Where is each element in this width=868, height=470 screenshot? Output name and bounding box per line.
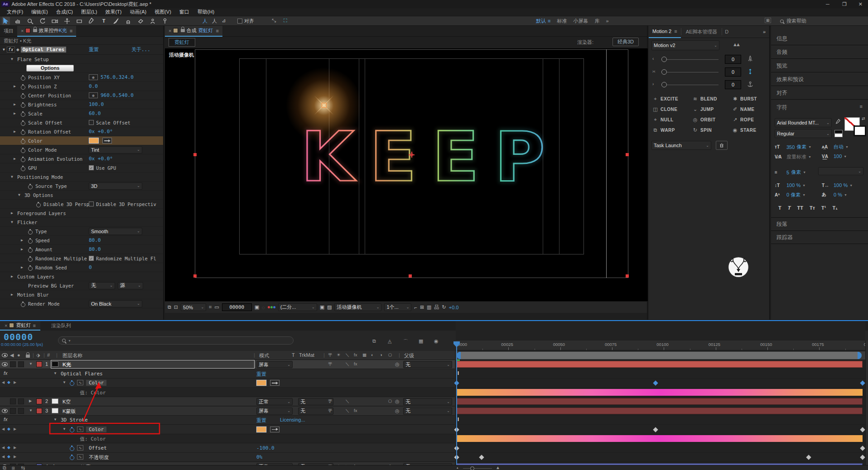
stopwatch-icon[interactable] <box>28 229 33 234</box>
options-button[interactable]: Options <box>26 65 74 72</box>
panel-header-2[interactable]: 预览 <box>771 59 868 72</box>
pen-tool[interactable] <box>87 17 96 25</box>
prop-twirl-icon[interactable]: ▼ <box>63 380 66 384</box>
slider-value-input[interactable]: 0 <box>725 67 741 77</box>
parent-pickwhip-icon[interactable]: ◎ <box>395 361 400 367</box>
stopwatch-icon[interactable] <box>21 75 25 80</box>
twirl-open-icon[interactable]: ▼ <box>11 175 13 179</box>
stopwatch-icon[interactable] <box>21 102 25 107</box>
axis-mode-local-icon[interactable]: 人 <box>203 18 207 24</box>
value-text[interactable]: 0 <box>89 264 92 270</box>
video-column-icon[interactable] <box>2 353 8 357</box>
close-tab-icon[interactable]: × <box>5 323 7 328</box>
field-value[interactable]: 0 像素 <box>786 192 800 198</box>
field-value[interactable]: 自动 <box>834 144 844 150</box>
chevron-down-icon[interactable]: ▼ <box>808 145 811 149</box>
minimize-button[interactable]: ─ <box>820 1 836 7</box>
chevron-down-icon[interactable]: ▼ <box>808 155 811 158</box>
draft-3d-icon[interactable]: ◬ <box>388 338 391 344</box>
slider-mode-icon[interactable]: › <box>652 82 654 86</box>
exposure-reset-icon[interactable]: ↻ <box>442 304 446 310</box>
layer-name[interactable]: K光 <box>63 361 71 368</box>
property-value[interactable]: 0% <box>256 454 262 460</box>
selection-handle-4[interactable] <box>626 274 629 278</box>
selection-handle-1[interactable] <box>626 153 629 156</box>
stopwatch-icon[interactable] <box>21 166 25 171</box>
stopwatch-icon[interactable] <box>21 139 25 144</box>
work-area-start-handle[interactable] <box>457 352 461 359</box>
twirl-closed-icon[interactable]: ▶ <box>21 238 23 242</box>
graph-row-3[interactable] <box>456 388 865 397</box>
add-keyframe-button[interactable]: ◆ <box>7 445 10 450</box>
property-value[interactable]: -100.0 <box>256 445 275 451</box>
field-value[interactable]: 5 <box>786 170 789 175</box>
timeline-zoom-knob[interactable] <box>470 466 474 470</box>
parent-dropdown[interactable]: 无⌄ <box>403 398 452 405</box>
axis-mode-world-icon[interactable]: 人 <box>212 18 217 24</box>
reset-link[interactable]: 重置 <box>89 46 99 53</box>
panel-header-0[interactable]: 信息 <box>771 32 868 45</box>
separate-dimensions-icon[interactable] <box>747 68 754 75</box>
property-name[interactable]: Color <box>86 427 106 432</box>
frame-blend-icon[interactable]: ▦ <box>419 338 423 344</box>
layer-duration-bar[interactable] <box>457 398 863 405</box>
motion-button-excite[interactable]: +EXCITE <box>652 96 678 101</box>
stopwatch-icon[interactable] <box>28 238 33 243</box>
quality-icon[interactable]: ＼ <box>345 361 350 367</box>
audio-toggle[interactable] <box>10 408 16 414</box>
motion-blur-icon[interactable]: ◐ <box>371 352 374 357</box>
motion-button-blend[interactable]: ≋BLEND <box>692 96 717 102</box>
effect-link-0[interactable]: 重置 <box>256 371 266 378</box>
stopwatch-icon[interactable] <box>21 84 25 89</box>
3d-layer-icon[interactable]: ⬡ <box>388 398 392 403</box>
layer-label-chip[interactable] <box>36 361 42 367</box>
twirl-open-icon[interactable]: ▼ <box>11 57 13 61</box>
keyframe-marker[interactable] <box>860 380 865 385</box>
solo-column-icon[interactable]: ● <box>17 352 20 358</box>
zoom-tool[interactable] <box>26 17 34 25</box>
rotation-tool[interactable] <box>39 17 47 25</box>
number-column-icon[interactable]: # <box>47 352 50 358</box>
snapshot-icon[interactable]: ▣ <box>255 304 259 310</box>
goto-time-icon[interactable]: ⌐ <box>414 305 417 310</box>
region-of-interest-icon[interactable]: ▣ <box>320 304 324 310</box>
value-text[interactable]: 60.0 <box>89 110 101 116</box>
magnification-dropdown[interactable]: 50%⌄ <box>181 303 206 311</box>
stopwatch-icon[interactable] <box>70 380 74 385</box>
rocket-icon[interactable] <box>747 55 754 62</box>
work-area-track[interactable] <box>456 351 865 360</box>
stopwatch-icon[interactable] <box>28 256 33 261</box>
expression-icon[interactable] <box>270 380 280 386</box>
value-text[interactable]: 0x +0.0° <box>89 156 113 162</box>
keyframe-marker[interactable] <box>653 427 658 432</box>
prev-keyframe-button[interactable]: ◀ <box>2 380 5 384</box>
menu-item-2[interactable]: 合成(C) <box>52 9 77 15</box>
paragraph-panel-header[interactable]: 段落 <box>771 218 868 231</box>
graph-editor-icon[interactable]: ∿ <box>77 445 83 451</box>
char-field[interactable]: V∕A度量标准▼ <box>775 153 811 160</box>
color-swatch[interactable] <box>89 138 99 144</box>
twirl-closed-icon[interactable]: ▶ <box>14 157 16 161</box>
menu-item-4[interactable]: 效果(T) <box>101 9 125 15</box>
chevron-down-icon[interactable]: ▼ <box>844 193 847 197</box>
lock-column-icon[interactable] <box>26 355 30 358</box>
hand-tool[interactable] <box>14 17 22 25</box>
stopwatch-icon[interactable] <box>21 111 25 116</box>
camera-dropdown[interactable]: 活动摄像机⌄ <box>334 303 381 311</box>
motion-button-stare[interactable]: ◉STARE <box>732 127 757 133</box>
layer-label-chip[interactable] <box>36 408 42 414</box>
all-caps-button[interactable]: TT <box>797 205 803 211</box>
stroke-color-swatch[interactable] <box>854 125 866 136</box>
effects-icon[interactable]: fx <box>354 408 357 413</box>
prop-twirl-icon[interactable]: ▼ <box>63 427 66 431</box>
graph-row-2[interactable] <box>456 379 865 388</box>
char-field[interactable]: V͟A100▼ <box>822 153 847 159</box>
tab-project[interactable]: 项目 <box>0 26 17 36</box>
stopwatch-icon[interactable] <box>21 157 25 162</box>
layer-twirl-icon[interactable]: ▼ <box>29 408 33 412</box>
menu-item-6[interactable]: 视图(V) <box>150 9 175 15</box>
lock-toggle[interactable] <box>18 398 24 404</box>
swap-colors-icon[interactable]: ⇄ <box>862 116 865 121</box>
trash-button[interactable] <box>716 141 728 150</box>
keyframe-marker[interactable] <box>479 455 484 460</box>
